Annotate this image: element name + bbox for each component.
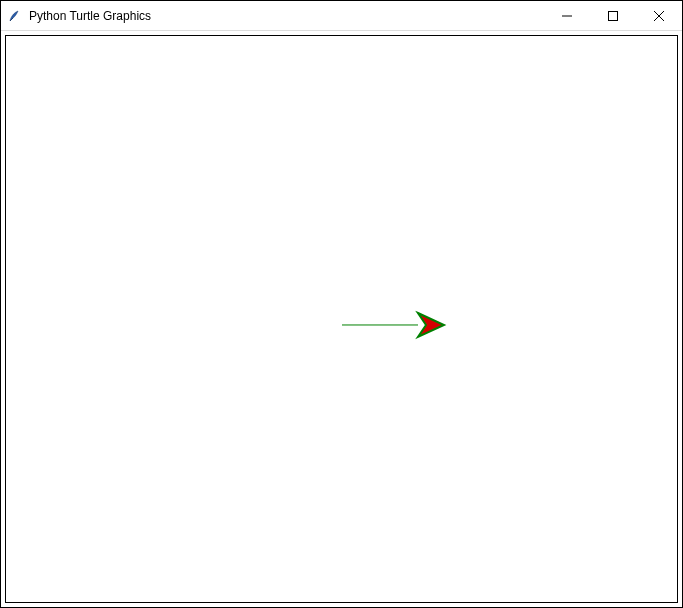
maximize-button[interactable] bbox=[590, 1, 636, 30]
turtle-cursor-arrow bbox=[418, 313, 444, 337]
titlebar[interactable]: Python Turtle Graphics bbox=[1, 1, 682, 31]
feather-icon bbox=[7, 8, 23, 24]
maximize-icon bbox=[608, 11, 618, 21]
window-controls bbox=[544, 1, 682, 30]
arrow-icon bbox=[418, 313, 444, 337]
turtle-canvas[interactable] bbox=[5, 35, 678, 603]
close-icon bbox=[654, 11, 664, 21]
canvas-container bbox=[1, 31, 682, 607]
minimize-icon bbox=[562, 11, 572, 21]
svg-rect-1 bbox=[609, 11, 618, 20]
drawing-surface bbox=[6, 36, 677, 602]
window-title: Python Turtle Graphics bbox=[29, 9, 151, 23]
app-window: Python Turtle Graphics bbox=[0, 0, 683, 608]
close-button[interactable] bbox=[636, 1, 682, 30]
minimize-button[interactable] bbox=[544, 1, 590, 30]
